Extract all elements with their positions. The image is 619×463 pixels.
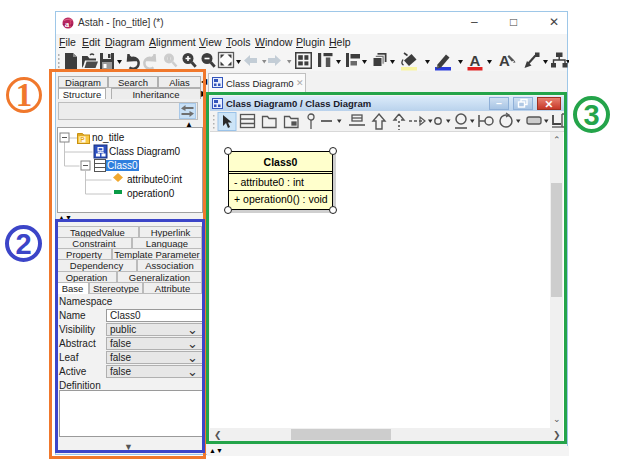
- svg-text:A: A: [470, 52, 481, 69]
- svg-text:a: a: [65, 19, 70, 29]
- svg-text:A: A: [499, 52, 510, 69]
